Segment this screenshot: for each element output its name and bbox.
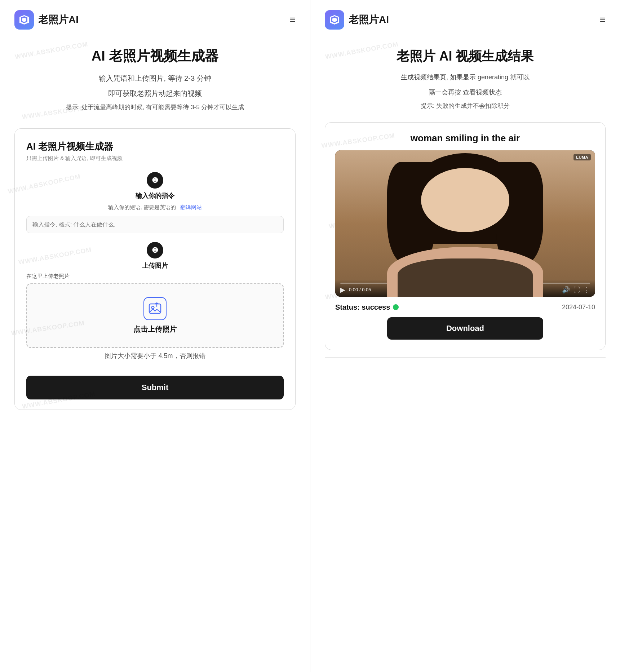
- status-row: Status: success 2024-07-10: [335, 303, 595, 311]
- result-title-section: 老照片 AI 视频生成结果 生成视频结果页, 如果显示 generating 就…: [310, 37, 620, 116]
- translate-link[interactable]: 翻译网站: [180, 204, 202, 210]
- status-text: Status: success: [335, 303, 390, 311]
- step-2-circle: ❷: [147, 242, 163, 258]
- result-page-title: 老照片 AI 视频生成结果: [325, 48, 606, 65]
- upload-note: 图片大小需要小于 4.5m，否则报错: [105, 351, 205, 361]
- download-button[interactable]: Download: [387, 317, 543, 340]
- svg-point-1: [152, 306, 154, 309]
- map-icon: [18, 14, 30, 26]
- right-map-icon: [329, 14, 340, 26]
- logo: 老照片AI: [14, 10, 79, 30]
- step-1-label: 输入你的指令: [136, 191, 174, 200]
- video-thumbnail: [335, 150, 595, 297]
- divider: [325, 357, 606, 358]
- step-1-desc-text: 输入你的短语, 需要是英语的: [108, 204, 176, 210]
- right-controls: 🔊 ⛶ ⋮: [562, 287, 590, 293]
- fullscreen-button[interactable]: ⛶: [574, 287, 580, 293]
- step-2: ❷ 上传图片 在这里上传老照片 点击上传照片 图片大小需要小于 4.5m，否则报…: [26, 242, 284, 361]
- hamburger-menu[interactable]: ≡: [290, 15, 296, 25]
- card-subtitle: 只需上传图片 & 输入咒语, 即可生成视频: [26, 155, 284, 162]
- result-prompt: woman smiling in the air: [335, 133, 595, 144]
- right-logo: 老照片AI: [325, 10, 389, 30]
- status-left: Status: success: [335, 303, 399, 311]
- left-page-title: AI 老照片视频生成器: [14, 48, 296, 65]
- upload-icon-wrap: [143, 297, 167, 320]
- play-button[interactable]: ▶: [340, 287, 345, 293]
- right-panel: WWW.ABSKOOP.COM WWW.ABSKOOP.COM WWW.ABSK…: [310, 0, 620, 672]
- svg-rect-0: [149, 304, 161, 313]
- right-header: 老照片AI ≡: [310, 0, 620, 37]
- left-page-tip: 提示: 处于流量高峰期的时候, 有可能需要等待 3-5 分钟才可以生成: [14, 102, 296, 113]
- upload-area[interactable]: 点击上传照片: [26, 283, 284, 348]
- step-1: ❶ 输入你的指令 输入你的短语, 需要是英语的 翻译网站: [26, 172, 284, 233]
- face: [421, 168, 509, 232]
- result-card: woman smiling in the air LUMA: [325, 122, 606, 350]
- left-main-card: AI 老照片视频生成器 只需上传图片 & 输入咒语, 即可生成视频 ❶ 输入你的…: [14, 128, 296, 410]
- right-logo-title: 老照片AI: [349, 13, 389, 27]
- step-2-label: 上传图片: [142, 261, 168, 270]
- instruction-input[interactable]: [26, 216, 284, 233]
- left-page-subtitle1: 输入咒语和上传图片, 等待 2-3 分钟: [14, 72, 296, 84]
- luma-badge: LUMA: [574, 154, 591, 160]
- result-page-tip: 提示: 失败的生成并不会扣除积分: [325, 102, 606, 110]
- left-panel: WWW.ABSKOOP.COM WWW.ABSKOOP.COM WWW.ABSK…: [0, 0, 310, 672]
- video-player[interactable]: LUMA ▶ 0:00 / 0:05 🔊 ⛶ ⋮: [335, 150, 595, 297]
- image-upload-icon: [148, 302, 162, 315]
- status-date: 2024-07-10: [562, 304, 595, 311]
- result-page-desc2: 隔一会再按 查看视频状态: [325, 87, 606, 98]
- step-1-circle: ❶: [147, 172, 163, 189]
- more-options-button[interactable]: ⋮: [584, 287, 590, 293]
- result-page-desc1: 生成视频结果页, 如果显示 generating 就可以: [325, 72, 606, 83]
- step-2-desc: 在这里上传老照片: [26, 273, 70, 280]
- card-title: AI 老照片视频生成器: [26, 140, 284, 153]
- right-logo-icon: [325, 10, 344, 30]
- left-page-title-section: AI 老照片视频生成器 输入咒语和上传图片, 等待 2-3 分钟 即可获取老照片…: [0, 37, 310, 120]
- submit-button[interactable]: Submit: [26, 376, 284, 399]
- logo-title: 老照片AI: [38, 13, 79, 27]
- volume-button[interactable]: 🔊: [562, 287, 570, 293]
- upload-label: 点击上传照片: [133, 324, 177, 334]
- clothes: [398, 258, 533, 296]
- step-1-desc: 输入你的短语, 需要是英语的 翻译网站: [108, 203, 202, 212]
- logo-icon: [14, 10, 34, 30]
- left-page-subtitle2: 即可获取老照片动起来的视频: [14, 87, 296, 100]
- left-header: 老照片AI ≡: [0, 0, 310, 37]
- right-hamburger-menu[interactable]: ≡: [600, 15, 606, 25]
- status-dot: [393, 304, 399, 310]
